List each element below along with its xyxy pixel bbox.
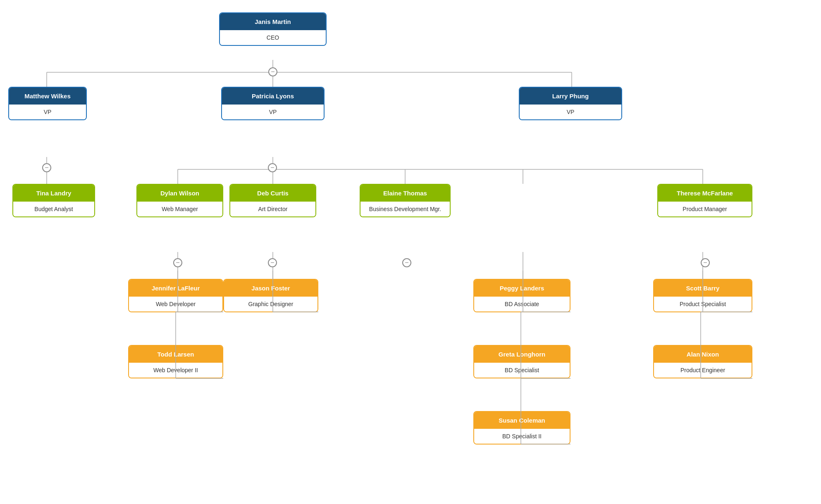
- node-vp1-role: VP: [9, 105, 86, 119]
- node-mgr4-role: Business Development Mgr.: [360, 202, 450, 216]
- collapse-mgr4[interactable]: −: [402, 258, 411, 267]
- org-chart: Janis Martin CEO − Matthew Wilkes VP Pat…: [0, 0, 821, 504]
- collapse-vp1[interactable]: −: [42, 163, 51, 172]
- node-mgr3-role: Art Director: [230, 202, 315, 216]
- node-emp1-role: Web Developer: [129, 297, 222, 311]
- node-ceo-role: CEO: [220, 30, 326, 45]
- node-vp3-role: VP: [520, 105, 621, 119]
- node-mgr3-name: Deb Curtis: [230, 185, 315, 202]
- node-emp7-role: Product Specialist: [654, 297, 752, 311]
- node-mgr1-role: Budget Analyst: [13, 202, 94, 216]
- node-emp3-role: Graphic Designer: [224, 297, 317, 311]
- node-vp3[interactable]: Larry Phung VP: [519, 87, 622, 120]
- node-emp2-role: Web Developer II: [129, 363, 222, 378]
- node-vp3-name: Larry Phung: [520, 88, 621, 105]
- connectors-svg2: [0, 0, 821, 504]
- node-emp3-name: Jason Foster: [224, 280, 317, 297]
- node-mgr3[interactable]: Deb Curtis Art Director: [229, 184, 316, 217]
- node-mgr2[interactable]: Dylan Wilson Web Manager: [136, 184, 223, 217]
- node-emp1[interactable]: Jennifer LaFleur Web Developer: [128, 279, 223, 312]
- node-emp8-name: Alan Nixon: [654, 346, 752, 363]
- node-emp8[interactable]: Alan Nixon Product Engineer: [653, 345, 752, 378]
- node-ceo-name: Janis Martin: [220, 13, 326, 30]
- node-mgr1-name: Tina Landry: [13, 185, 94, 202]
- collapse-mgr3[interactable]: −: [268, 258, 277, 267]
- collapse-mgr5[interactable]: −: [701, 258, 710, 267]
- node-emp6-role: BD Specialist II: [474, 429, 570, 444]
- node-emp7-name: Scott Barry: [654, 280, 752, 297]
- node-emp6-name: Susan Coleman: [474, 412, 570, 429]
- node-emp2-name: Todd Larsen: [129, 346, 222, 363]
- collapse-mgr2[interactable]: −: [173, 258, 182, 267]
- connectors-svg: [0, 0, 821, 504]
- node-vp2-name: Patricia Lyons: [222, 88, 324, 105]
- node-emp5[interactable]: Greta Longhorn BD Specialist: [473, 345, 570, 378]
- node-vp1-name: Matthew Wilkes: [9, 88, 86, 105]
- node-emp7[interactable]: Scott Barry Product Specialist: [653, 279, 752, 312]
- node-vp1[interactable]: Matthew Wilkes VP: [8, 87, 87, 120]
- node-mgr5[interactable]: Therese McFarlane Product Manager: [657, 184, 752, 217]
- node-mgr2-role: Web Manager: [137, 202, 222, 216]
- collapse-vp2[interactable]: −: [268, 163, 277, 172]
- node-mgr4[interactable]: Elaine Thomas Business Development Mgr.: [360, 184, 451, 217]
- node-emp4-role: BD Associate: [474, 297, 570, 311]
- node-emp6[interactable]: Susan Coleman BD Specialist II: [473, 411, 570, 445]
- node-emp5-name: Greta Longhorn: [474, 346, 570, 363]
- node-mgr2-name: Dylan Wilson: [137, 185, 222, 202]
- node-emp4[interactable]: Peggy Landers BD Associate: [473, 279, 570, 312]
- node-emp8-role: Product Engineer: [654, 363, 752, 378]
- node-vp2[interactable]: Patricia Lyons VP: [221, 87, 325, 120]
- node-ceo[interactable]: Janis Martin CEO: [219, 12, 327, 46]
- node-emp3[interactable]: Jason Foster Graphic Designer: [223, 279, 318, 312]
- node-emp1-name: Jennifer LaFleur: [129, 280, 222, 297]
- node-mgr5-name: Therese McFarlane: [658, 185, 752, 202]
- node-mgr1[interactable]: Tina Landry Budget Analyst: [12, 184, 95, 217]
- node-vp2-role: VP: [222, 105, 324, 119]
- node-mgr4-name: Elaine Thomas: [360, 185, 450, 202]
- node-emp5-role: BD Specialist: [474, 363, 570, 378]
- node-mgr5-role: Product Manager: [658, 202, 752, 216]
- collapse-ceo[interactable]: −: [268, 67, 277, 76]
- node-emp2[interactable]: Todd Larsen Web Developer II: [128, 345, 223, 378]
- node-emp4-name: Peggy Landers: [474, 280, 570, 297]
